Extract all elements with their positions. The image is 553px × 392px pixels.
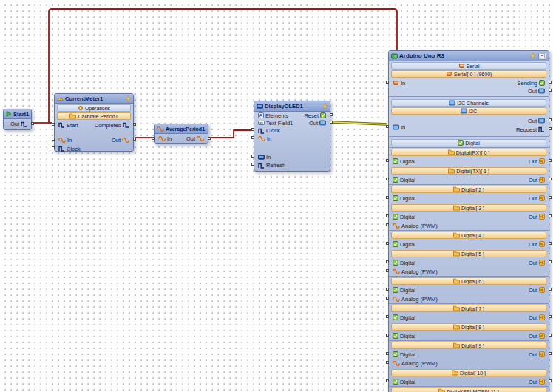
oled-clock-pin[interactable] [251, 128, 254, 131]
serial-in-pin[interactable] [386, 81, 389, 84]
serial-section-header[interactable]: Serial [391, 62, 546, 70]
digital-channel-label-bar[interactable]: Digital[ 10 ] [391, 369, 546, 376]
digital-channel-label-bar[interactable]: Digital[ 2 ] [391, 186, 546, 193]
i2c-channel-bar[interactable]: I2C [391, 107, 546, 115]
digital-out-pin[interactable] [549, 334, 552, 337]
digital-channel-label-bar[interactable]: Digital(SPI-MOSI)[ 11 ] [391, 388, 546, 392]
digital-in-pin[interactable] [386, 334, 389, 337]
pwm-label: Analog (PWM) [401, 268, 438, 275]
oled-out-pin[interactable] [330, 121, 333, 124]
elements-label[interactable]: Elements [265, 112, 288, 119]
channel-icon [453, 324, 460, 330]
start1-out-pin[interactable] [31, 122, 34, 125]
digital-in-pin[interactable] [386, 315, 389, 318]
analog-pwm-pin[interactable] [386, 269, 389, 272]
arduino-header[interactable]: Arduino Uno R3 [389, 51, 549, 61]
digital-channel-label-bar[interactable]: Digital[ 6 ] [391, 277, 546, 285]
analog-pwm-pin[interactable] [386, 223, 389, 226]
oled-display-in-pin[interactable] [251, 155, 254, 158]
digital-in-pin[interactable] [386, 196, 389, 199]
digital-channel-label-bar[interactable]: Digital(TX)[ 1 ] [391, 167, 546, 175]
digital-channel-label-bar[interactable]: Digital(RX)[ 0 ] [391, 149, 546, 156]
clock-pin[interactable] [52, 146, 55, 149]
digital-channel-group: Digital[ 2 ]DigitalOut [389, 184, 549, 203]
pwm-label: Analog (PWM) [401, 360, 438, 367]
oled-refresh-pin[interactable] [251, 163, 254, 166]
oled-in-pin[interactable] [251, 136, 254, 139]
start-pin[interactable] [52, 123, 55, 126]
digital-in-pin[interactable] [386, 260, 389, 263]
digital-in-pin[interactable] [386, 379, 389, 382]
textfield-row: ab Text Field1 Out [254, 119, 330, 126]
digital-out-pin[interactable] [549, 288, 552, 291]
digital-out-pin[interactable] [549, 242, 552, 245]
digital-channel-label-bar[interactable]: Digital[ 9 ] [391, 342, 546, 349]
digital-pin-row: DigitalOut [389, 240, 549, 249]
digital-channel-label: Digital(RX)[ 0 ] [456, 150, 490, 155]
avg-in-pin[interactable] [152, 137, 155, 140]
digital-channel-label-bar[interactable]: Digital[ 7 ] [391, 305, 546, 312]
i2c-section-header[interactable]: I2C Channels [391, 99, 546, 107]
averageperiod1-header[interactable]: AveragePeriod1 [155, 124, 208, 134]
serial-out-pin[interactable] [549, 89, 552, 92]
digital-out-pin[interactable] [549, 379, 552, 382]
i2c-request-pin[interactable] [549, 127, 552, 130]
digital-out-pin[interactable] [549, 315, 552, 318]
component-displayoled1[interactable]: DisplayOLED1 A Elements Reset ab Text Fi… [254, 101, 330, 172]
textfield-label[interactable]: Text Field1 [266, 120, 293, 126]
component-arduino-uno-r3[interactable]: Arduino Uno R3 Serial Serial[ 0 ] (9600)… [388, 50, 549, 392]
in-out-row: In Out [55, 135, 133, 144]
digital-in-pin[interactable] [386, 178, 389, 180]
digital-channel-label-bar[interactable]: Digital[ 5 ] [391, 250, 546, 257]
component-averageperiod1[interactable]: AveragePeriod1 In Out [154, 124, 208, 144]
digital-in-pin[interactable] [386, 214, 389, 217]
serial-sending-pin[interactable] [549, 81, 552, 84]
analog-in-pin[interactable] [52, 138, 55, 141]
analog-pwm-pin[interactable] [386, 297, 389, 300]
pwm-pin-row: Analog (PWM) [389, 221, 549, 230]
oled-clock-label: Clock [266, 127, 280, 134]
serial-channel-bar[interactable]: Serial[ 0 ] (9600) [391, 70, 546, 78]
analog-out-pin[interactable] [133, 138, 136, 141]
properties-lightning-icon[interactable] [530, 53, 535, 59]
board-icon [391, 53, 398, 59]
digital-section-header[interactable]: Digital [391, 139, 546, 146]
currentmeter1-header[interactable]: CurrentMeter1 [55, 94, 133, 104]
digital-out-pin[interactable] [549, 196, 552, 199]
i2c-out-pin[interactable] [549, 118, 552, 121]
component-start1[interactable]: Start1 Out [3, 109, 32, 130]
header-menu-button[interactable] [538, 53, 546, 60]
digital-channel-label-bar[interactable]: Digital[ 8 ] [391, 323, 546, 331]
start1-header[interactable]: Start1 [4, 109, 31, 119]
digital-out-pin[interactable] [549, 178, 552, 180]
component-currentmeter1[interactable]: CurrentMeter1 Operations Calibrate Perio… [54, 93, 134, 152]
digital-in-pin[interactable] [386, 352, 389, 355]
reset-pin[interactable] [330, 113, 333, 116]
calibrate-period-bar[interactable]: Calibrate Period1 [57, 112, 131, 120]
digital-out-pin[interactable] [549, 352, 552, 355]
digital-out-label: Out [529, 379, 537, 385]
digital-out-label: Out [529, 314, 537, 321]
digital-in-pin[interactable] [386, 288, 389, 291]
out-icon [539, 379, 545, 385]
displayoled1-header[interactable]: DisplayOLED1 [254, 101, 330, 112]
digital-out-pin[interactable] [549, 214, 552, 217]
digital-in-pin[interactable] [386, 159, 389, 162]
digital-channel-label-bar[interactable]: Digital[ 3 ] [391, 204, 546, 212]
operations-bar[interactable]: Operations [57, 104, 131, 112]
properties-lightning-icon[interactable] [126, 95, 131, 102]
properties-lightning-icon[interactable] [322, 103, 328, 109]
digital-icon [393, 314, 398, 320]
pwm-label: Analog (PWM) [401, 223, 438, 229]
digital-out-pin[interactable] [549, 159, 552, 162]
avg-out-pin[interactable] [208, 137, 211, 140]
digital-in-pin[interactable] [386, 242, 389, 245]
design-canvas[interactable]: Start1 Out CurrentMeter1 Operations Cali… [0, 0, 553, 392]
analog-pwm-pin[interactable] [386, 361, 389, 364]
completed-pin[interactable] [133, 123, 136, 126]
wire-averageperiod-to-oled[interactable] [210, 130, 252, 138]
channel-icon [453, 251, 460, 257]
digital-out-pin[interactable] [549, 260, 552, 263]
analog-icon [58, 138, 66, 143]
digital-channel-label-bar[interactable]: Digital[ 4 ] [391, 232, 546, 239]
